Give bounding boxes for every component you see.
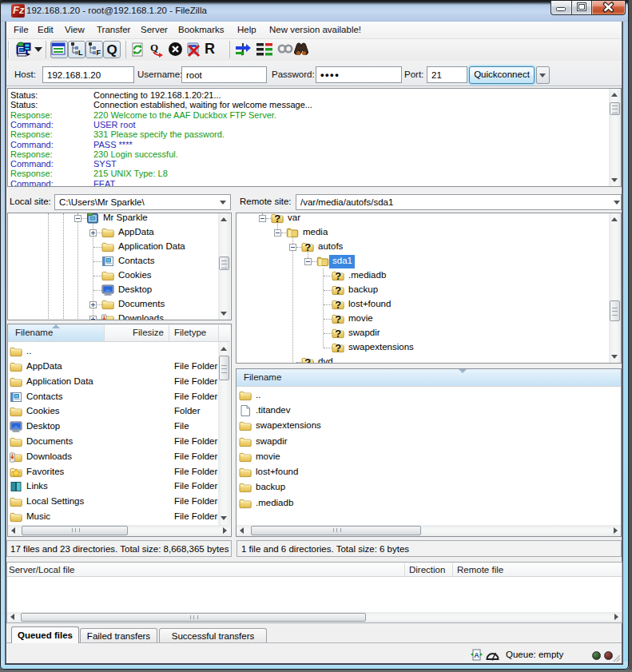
svg-text:A: A <box>474 651 479 659</box>
svg-text:L: L <box>78 49 83 57</box>
svg-text:Q: Q <box>106 42 117 58</box>
svg-text:F: F <box>97 49 101 57</box>
